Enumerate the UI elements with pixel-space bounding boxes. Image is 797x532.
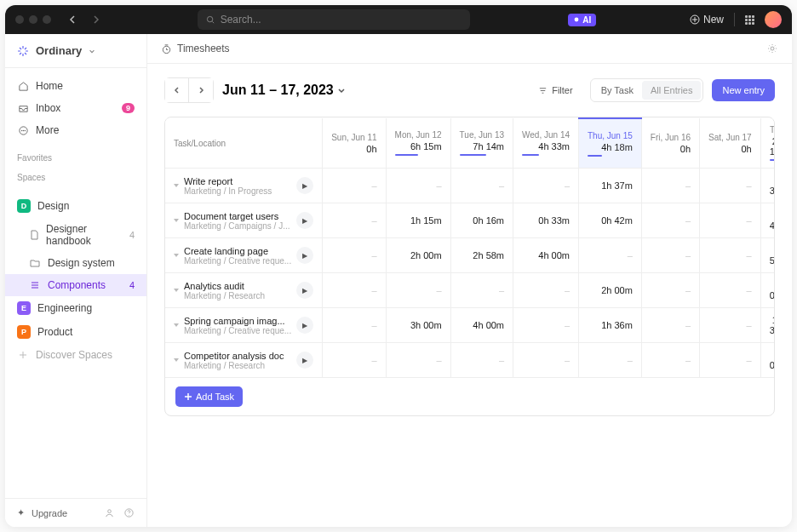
sidebar-footer: ✦ Upgrade [5, 498, 146, 527]
new-entry-button[interactable]: New entry [712, 79, 775, 101]
ai-badge[interactable]: AI [568, 14, 596, 26]
sidebar-item-home[interactable]: Home [5, 75, 146, 97]
tab-by-task[interactable]: By Task [593, 81, 642, 100]
time-cell[interactable]: – [641, 203, 699, 238]
time-cell[interactable]: – [323, 343, 386, 378]
prev-week-button[interactable] [165, 78, 189, 102]
time-cell[interactable]: – [450, 273, 513, 308]
play-button[interactable]: ▶ [296, 177, 313, 194]
task-name[interactable]: Write report [184, 176, 291, 186]
time-cell[interactable]: – [323, 308, 386, 343]
expand-icon[interactable] [174, 289, 179, 292]
expand-icon[interactable] [174, 323, 179, 327]
time-cell[interactable]: 2h 58m [450, 238, 513, 273]
expand-icon[interactable] [174, 184, 179, 187]
time-cell[interactable]: 1h 37m [579, 169, 642, 203]
date-range-picker[interactable]: Jun 11 – 17, 2023 [222, 83, 346, 98]
time-cell[interactable]: – [641, 273, 699, 308]
time-cell[interactable]: – [641, 169, 699, 203]
time-cell[interactable]: 0h 42m [579, 203, 642, 238]
time-cell[interactable]: 2h 00m [579, 273, 642, 308]
time-cell[interactable]: 0h 16m [450, 203, 513, 238]
time-cell[interactable]: – [641, 343, 699, 378]
time-cell[interactable]: 4h 00m [513, 238, 579, 273]
task-name[interactable]: Analytics audit [184, 281, 291, 291]
col-day: Fri, Jun 160h [641, 118, 699, 169]
time-cell[interactable]: – [700, 308, 761, 343]
list-designer-handbook[interactable]: Designer handbook 4 [5, 218, 146, 252]
time-cell[interactable]: – [386, 343, 450, 378]
minimize-window[interactable] [29, 15, 37, 24]
time-cell[interactable]: – [579, 343, 642, 378]
sidebar-item-more[interactable]: More [5, 119, 146, 141]
svg-point-0 [207, 16, 212, 21]
user-icon[interactable] [104, 507, 115, 518]
time-cell[interactable]: – [323, 238, 386, 273]
tab-all-entries[interactable]: All Entries [642, 81, 702, 100]
time-cell[interactable]: – [513, 169, 579, 203]
task-name[interactable]: Competitor analysis doc [184, 351, 291, 361]
time-cell[interactable]: – [641, 308, 699, 343]
time-cell[interactable]: 0h 33m [513, 203, 579, 238]
apps-icon[interactable] [745, 15, 754, 25]
search-input[interactable]: Search... [198, 9, 470, 30]
time-cell[interactable]: – [323, 203, 386, 238]
new-button[interactable]: New [690, 14, 724, 26]
play-button[interactable]: ▶ [296, 212, 313, 229]
expand-icon[interactable] [174, 254, 179, 257]
time-cell[interactable]: – [579, 238, 642, 273]
workspace-switcher[interactable]: Ordinary [5, 34, 146, 68]
time-cell[interactable]: – [700, 238, 761, 273]
time-cell[interactable]: – [450, 169, 513, 203]
discover-spaces[interactable]: Discover Spaces [5, 344, 146, 366]
space-engineering[interactable]: E Engineering [5, 296, 146, 320]
upgrade-button[interactable]: Upgrade [32, 508, 67, 518]
time-cell[interactable]: 3h 00m [386, 308, 450, 343]
expand-icon[interactable] [174, 358, 179, 362]
time-cell[interactable]: 4h 00m [450, 308, 513, 343]
total-cell: 0h 00m [760, 343, 775, 378]
time-cell[interactable]: – [700, 203, 761, 238]
time-cell[interactable]: – [513, 308, 579, 343]
space-product[interactable]: P Product [5, 320, 146, 344]
avatar[interactable] [765, 11, 782, 28]
next-week-button[interactable] [189, 78, 213, 102]
time-cell[interactable]: 1h 15m [386, 203, 450, 238]
close-window[interactable] [15, 15, 24, 24]
sidebar-item-inbox[interactable]: Inbox 9 [5, 97, 146, 119]
col-day: Tue, Jun 137h 14m [450, 118, 513, 169]
time-cell[interactable]: – [700, 273, 761, 308]
task-name[interactable]: Create landing page [184, 246, 291, 256]
maximize-window[interactable] [43, 15, 51, 24]
add-task-button[interactable]: Add Task [175, 386, 243, 407]
play-button[interactable]: ▶ [296, 247, 313, 264]
play-button[interactable]: ▶ [296, 282, 313, 299]
play-button[interactable]: ▶ [296, 317, 313, 334]
forward-button[interactable] [87, 11, 104, 28]
time-cell[interactable]: – [450, 343, 513, 378]
task-name[interactable]: Document target users [184, 211, 291, 221]
list-components[interactable]: Components 4 [5, 274, 146, 296]
back-button[interactable] [65, 11, 82, 28]
time-cell[interactable]: – [513, 343, 579, 378]
time-cell[interactable]: – [700, 169, 761, 203]
time-cell[interactable]: – [513, 273, 579, 308]
help-icon[interactable] [123, 507, 135, 518]
time-cell[interactable]: – [323, 273, 386, 308]
expand-icon[interactable] [174, 219, 179, 222]
spaces-header: Spaces [5, 168, 146, 187]
sparkle-icon: ✦ [17, 507, 25, 518]
time-cell[interactable]: – [386, 169, 450, 203]
time-cell[interactable]: 1h 36m [579, 308, 642, 343]
time-cell[interactable]: – [700, 343, 761, 378]
filter-button[interactable]: Filter [530, 80, 581, 100]
time-cell[interactable]: – [386, 273, 450, 308]
settings-button[interactable] [766, 43, 778, 54]
time-cell[interactable]: 2h 00m [386, 238, 450, 273]
time-cell[interactable]: – [641, 238, 699, 273]
time-cell[interactable]: – [323, 169, 386, 203]
list-design-system[interactable]: Design system [5, 252, 146, 274]
play-button[interactable]: ▶ [296, 352, 313, 369]
space-design[interactable]: D Design [5, 194, 146, 218]
task-name[interactable]: Spring campaign imag... [184, 316, 291, 326]
